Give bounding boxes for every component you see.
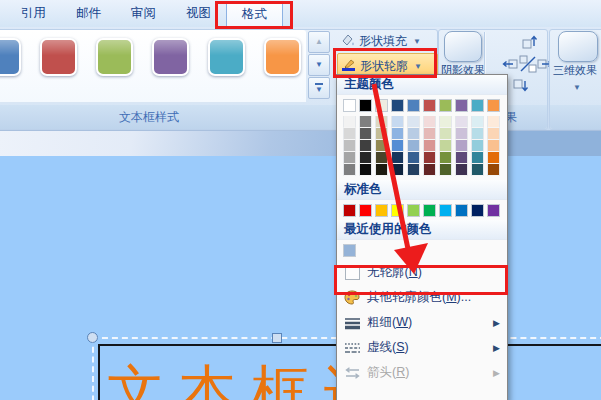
nudge-shadow-down-button[interactable] (512, 78, 530, 100)
ribbon-tab-2[interactable]: 审阅 (116, 0, 171, 27)
arrows-icon (337, 366, 367, 380)
gallery-style-swatch[interactable] (96, 38, 133, 76)
theme-variant-swatch[interactable] (423, 164, 436, 176)
ribbon-tab-1[interactable]: 邮件 (61, 0, 116, 27)
theme-color-swatch[interactable] (407, 99, 420, 112)
theme-variant-swatch[interactable] (455, 140, 468, 152)
theme-color-swatch[interactable] (487, 99, 500, 112)
theme-variant-swatch[interactable] (439, 164, 452, 176)
standard-color-swatch[interactable] (343, 204, 356, 217)
menu-item-1[interactable]: 其他轮廓颜色(M)... (337, 285, 507, 310)
ribbon-tab-4[interactable]: 格式 (226, 1, 283, 27)
theme-variant-swatch[interactable] (471, 116, 484, 128)
theme-variant-swatch[interactable] (343, 116, 356, 128)
theme-variant-swatch[interactable] (359, 140, 372, 152)
theme-variant-swatch[interactable] (487, 116, 500, 128)
theme-variant-swatch[interactable] (439, 128, 452, 140)
theme-variant-swatch[interactable] (343, 164, 356, 176)
theme-color-swatch[interactable] (423, 99, 436, 112)
gallery-style-swatch[interactable] (208, 38, 245, 76)
theme-variant-swatch[interactable] (343, 128, 356, 140)
theme-variant-swatch[interactable] (343, 140, 356, 152)
theme-color-swatch[interactable] (455, 99, 468, 112)
gallery-scroll-down-button[interactable]: ▼ (308, 54, 330, 76)
textbox-corner-handle[interactable] (87, 332, 98, 343)
theme-variant-swatch[interactable] (455, 116, 468, 128)
theme-color-swatch[interactable] (359, 99, 372, 112)
theme-variant-swatch[interactable] (391, 140, 404, 152)
menu-item-2[interactable]: 粗细(W)▶ (337, 310, 507, 335)
standard-color-swatch[interactable] (423, 204, 436, 217)
recent-color-swatch[interactable] (343, 244, 356, 257)
theme-variant-swatch[interactable] (423, 140, 436, 152)
threed-effects-button-label[interactable]: 三维效果 (553, 63, 601, 78)
theme-variant-swatch[interactable] (375, 116, 388, 128)
menu-item-0[interactable]: 无轮廓(N) (337, 260, 507, 285)
document-page[interactable]: 文本框边 (0, 156, 601, 400)
standard-color-swatch[interactable] (391, 204, 404, 217)
theme-variant-swatch[interactable] (487, 128, 500, 140)
theme-color-swatch[interactable] (391, 99, 404, 112)
theme-variant-swatch[interactable] (455, 152, 468, 164)
standard-color-swatch[interactable] (407, 204, 420, 217)
theme-color-swatch[interactable] (375, 99, 388, 112)
menu-item-3[interactable]: 虚线(S)▶ (337, 335, 507, 360)
theme-variant-swatch[interactable] (439, 116, 452, 128)
theme-variant-swatch[interactable] (407, 116, 420, 128)
theme-color-swatch[interactable] (343, 99, 356, 112)
theme-color-swatch[interactable] (439, 99, 452, 112)
standard-color-swatch[interactable] (359, 204, 372, 217)
theme-variant-swatch[interactable] (455, 164, 468, 176)
theme-variant-swatch[interactable] (407, 152, 420, 164)
theme-variant-swatch[interactable] (359, 116, 372, 128)
theme-variant-swatch[interactable] (471, 152, 484, 164)
theme-variant-swatch[interactable] (439, 152, 452, 164)
theme-variant-swatch[interactable] (439, 140, 452, 152)
theme-variant-swatch[interactable] (487, 152, 500, 164)
nudge-shadow-up-button[interactable] (521, 31, 539, 53)
shape-fill-button[interactable]: 形状填充 ▼ (337, 31, 438, 52)
gallery-style-swatch[interactable] (152, 38, 189, 76)
shadow-effects-button-icon[interactable] (444, 31, 482, 62)
theme-variant-swatch[interactable] (423, 116, 436, 128)
theme-variant-swatch[interactable] (407, 140, 420, 152)
theme-variant-swatch[interactable] (375, 140, 388, 152)
theme-variant-swatch[interactable] (375, 152, 388, 164)
theme-variant-swatch[interactable] (391, 128, 404, 140)
textbox-top-handle[interactable] (272, 333, 282, 343)
theme-variant-swatch[interactable] (407, 128, 420, 140)
theme-variant-swatch[interactable] (391, 152, 404, 164)
theme-variant-swatch[interactable] (471, 140, 484, 152)
theme-variant-swatch[interactable] (375, 128, 388, 140)
theme-variant-swatch[interactable] (391, 164, 404, 176)
theme-variant-swatch[interactable] (359, 164, 372, 176)
theme-variant-swatch[interactable] (423, 128, 436, 140)
gallery-scroll-up-button[interactable]: ▲ (308, 31, 330, 53)
theme-variant-swatch[interactable] (471, 164, 484, 176)
threed-effects-button-icon[interactable] (558, 31, 598, 62)
theme-color-swatch[interactable] (471, 99, 484, 112)
ribbon-tab-0[interactable]: 引用 (6, 0, 61, 27)
gallery-style-swatch[interactable] (0, 38, 21, 76)
ribbon-tab-3[interactable]: 视图 (171, 0, 226, 27)
gallery-more-button[interactable]: ▼ (308, 77, 330, 99)
shadow-on-off-button[interactable] (519, 55, 537, 77)
theme-variant-swatch[interactable] (343, 152, 356, 164)
standard-color-swatch[interactable] (471, 204, 484, 217)
theme-variant-swatch[interactable] (455, 128, 468, 140)
theme-variant-swatch[interactable] (391, 116, 404, 128)
gallery-style-swatch[interactable] (264, 38, 301, 76)
theme-variant-swatch[interactable] (359, 128, 372, 140)
theme-variant-swatch[interactable] (487, 164, 500, 176)
theme-variant-swatch[interactable] (487, 140, 500, 152)
theme-variant-swatch[interactable] (407, 164, 420, 176)
standard-color-swatch[interactable] (439, 204, 452, 217)
theme-variant-swatch[interactable] (423, 152, 436, 164)
theme-variant-swatch[interactable] (359, 152, 372, 164)
standard-color-swatch[interactable] (375, 204, 388, 217)
standard-color-swatch[interactable] (487, 204, 500, 217)
gallery-style-swatch[interactable] (40, 38, 77, 76)
standard-color-swatch[interactable] (455, 204, 468, 217)
theme-variant-swatch[interactable] (471, 128, 484, 140)
theme-variant-swatch[interactable] (375, 164, 388, 176)
